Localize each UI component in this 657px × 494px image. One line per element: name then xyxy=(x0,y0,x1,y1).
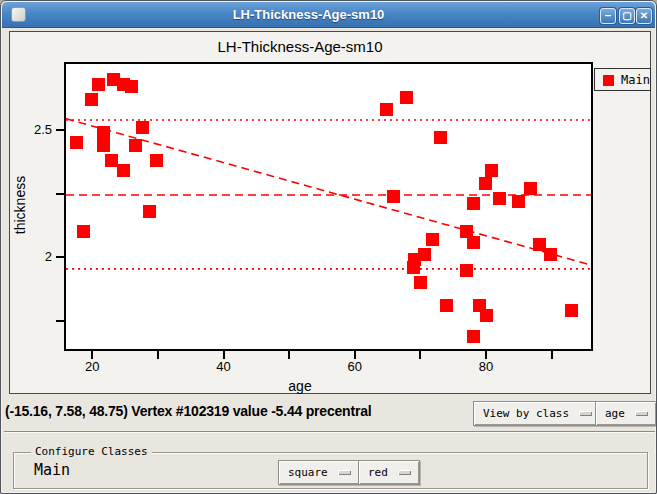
x-tick xyxy=(288,351,290,359)
data-point[interactable] xyxy=(150,154,163,167)
x-tick xyxy=(223,351,225,359)
data-point[interactable] xyxy=(400,91,413,104)
data-point[interactable] xyxy=(467,330,480,343)
x-tick-label: 80 xyxy=(466,359,506,374)
data-point[interactable] xyxy=(565,304,578,317)
data-point[interactable] xyxy=(125,80,138,93)
data-point[interactable] xyxy=(117,164,130,177)
data-point[interactable] xyxy=(70,136,83,149)
configure-classes-label: Configure Classes xyxy=(31,445,152,458)
chart-title: LH-Thickness-Age-sm10 xyxy=(10,38,590,58)
x-tick xyxy=(551,351,553,359)
close-button[interactable]: ✕ xyxy=(636,8,652,24)
option-menu-indicator-icon xyxy=(635,411,648,416)
data-point[interactable] xyxy=(136,121,149,134)
option-menu-indicator-icon xyxy=(579,411,592,416)
maximize-button[interactable]: ▢ xyxy=(619,8,635,24)
x-axis-label: age xyxy=(10,378,590,394)
status-bar: (-15.16, 7.58, 48.75) Vertex #102319 val… xyxy=(4,395,655,432)
data-point[interactable] xyxy=(387,190,400,203)
axis-variable-dropdown[interactable]: age xyxy=(595,401,657,426)
title-bar[interactable]: LH-Thickness-Age-sm10 ‒ ▢ ✕ xyxy=(2,2,655,28)
data-point[interactable] xyxy=(407,261,420,274)
data-point[interactable] xyxy=(426,233,439,246)
x-tick-label: 60 xyxy=(335,359,375,374)
data-point[interactable] xyxy=(544,248,557,261)
data-point[interactable] xyxy=(92,78,105,91)
trend-line xyxy=(66,119,591,265)
marker-color-value: red xyxy=(368,466,388,479)
close-icon: ✕ xyxy=(640,10,648,21)
data-point[interactable] xyxy=(85,93,98,106)
option-menu-indicator-icon xyxy=(338,470,351,475)
window-menu-icon[interactable] xyxy=(11,7,26,22)
data-point[interactable] xyxy=(129,139,142,152)
legend-label: Main xyxy=(621,73,650,87)
marker-shape-value: square xyxy=(288,466,328,479)
application-window: LH-Thickness-Age-sm10 ‒ ▢ ✕ LH-Thickness… xyxy=(0,0,657,494)
y-axis-label: thickness xyxy=(12,155,28,255)
vertex-status-text: (-15.16, 7.58, 48.75) Vertex #102319 val… xyxy=(5,403,371,419)
legend: Main xyxy=(594,68,651,91)
x-tick-label: 40 xyxy=(204,359,244,374)
y-tick xyxy=(56,320,64,322)
legend-marker-icon xyxy=(603,75,614,86)
minimize-icon: ‒ xyxy=(605,10,611,21)
view-by-class-dropdown[interactable]: View by class xyxy=(473,401,601,426)
marker-color-dropdown[interactable]: red xyxy=(358,460,420,485)
x-tick xyxy=(91,351,93,359)
x-tick xyxy=(419,351,421,359)
x-tick xyxy=(485,351,487,359)
data-point[interactable] xyxy=(467,236,480,249)
class-name-label: Main xyxy=(34,461,70,479)
data-point[interactable] xyxy=(97,139,110,152)
marker-shape-dropdown[interactable]: square xyxy=(278,460,360,485)
axis-variable-value: age xyxy=(605,407,625,420)
y-tick-label: 2.5 xyxy=(18,122,52,137)
y-tick-label: 2 xyxy=(18,249,52,264)
data-point[interactable] xyxy=(467,197,480,210)
minimize-button[interactable]: ‒ xyxy=(600,8,616,24)
configure-classes-panel: Configure Classes Main square red xyxy=(4,433,655,492)
x-tick xyxy=(354,351,356,359)
data-point[interactable] xyxy=(479,177,492,190)
data-point[interactable] xyxy=(524,182,537,195)
y-tick xyxy=(56,256,64,258)
option-menu-indicator-icon xyxy=(398,470,411,475)
data-point[interactable] xyxy=(380,103,393,116)
data-point[interactable] xyxy=(485,164,498,177)
data-point[interactable] xyxy=(97,126,110,139)
plot-box xyxy=(64,62,593,351)
data-point[interactable] xyxy=(434,131,447,144)
data-point[interactable] xyxy=(480,309,493,322)
data-point[interactable] xyxy=(493,192,506,205)
maximize-icon: ▢ xyxy=(622,10,631,21)
data-point[interactable] xyxy=(460,264,473,277)
data-point[interactable] xyxy=(77,225,90,238)
y-tick xyxy=(56,129,64,131)
view-by-class-value: View by class xyxy=(483,407,569,420)
plot-area[interactable] xyxy=(66,64,591,349)
window-title: LH-Thickness-Age-sm10 xyxy=(42,2,575,28)
data-point[interactable] xyxy=(440,299,453,312)
chart-panel: LH-Thickness-Age-sm10 age thickness Main… xyxy=(9,31,651,394)
data-point[interactable] xyxy=(414,276,427,289)
x-tick-label: 20 xyxy=(72,359,112,374)
x-tick xyxy=(157,351,159,359)
y-tick xyxy=(56,193,64,195)
data-point[interactable] xyxy=(512,195,525,208)
data-point[interactable] xyxy=(143,205,156,218)
